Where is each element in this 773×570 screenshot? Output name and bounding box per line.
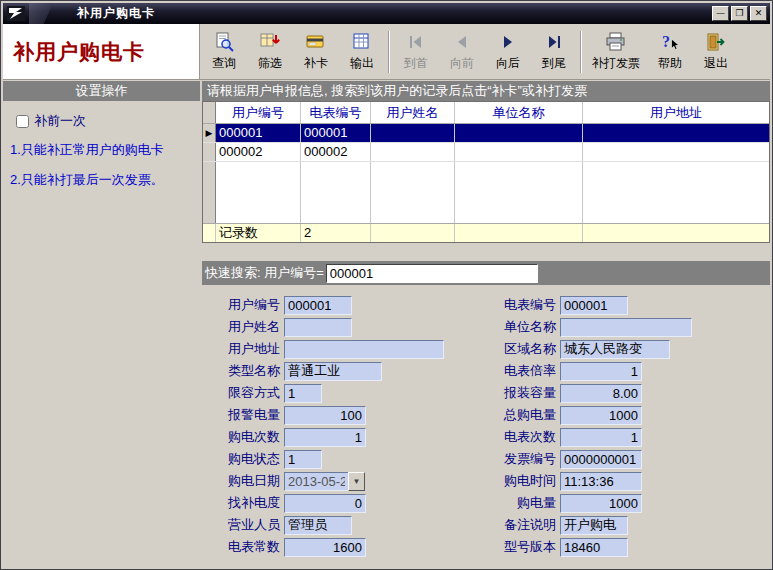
- instruction-bar: 请根据用户申报信息, 搜索到该用户的记录后点击“补卡”或补打发票: [202, 81, 770, 101]
- app-window: 补用户购电卡 — ❐ ✕ 补用户购电卡: [0, 0, 773, 570]
- quick-search-label: 快速搜索: 用户编号=: [205, 264, 324, 282]
- cell-user-address: [583, 124, 769, 142]
- type-name-input[interactable]: [284, 362, 382, 381]
- app-icon: [7, 6, 25, 21]
- form-left-column: 用户编号 用户姓名 用户地址 类型名称 限容方式 报警电量 购电次数 购电状态 …: [202, 294, 494, 566]
- main-panel: 请根据用户申报信息, 搜索到该用户的记录后点击“补卡”或补打发票 用户编号 电表…: [202, 81, 770, 566]
- meter-constant-input[interactable]: [284, 538, 366, 557]
- column-header-user-name[interactable]: 用户姓名: [371, 102, 455, 123]
- filter-button[interactable]: 筛选: [247, 26, 293, 77]
- meter-count-input[interactable]: [560, 428, 642, 447]
- installed-capacity-input[interactable]: [560, 384, 642, 403]
- column-header-unit-name[interactable]: 单位名称: [455, 102, 583, 123]
- column-header-user-address[interactable]: 用户地址: [583, 102, 769, 123]
- purchase-date-label: 购电日期: [218, 472, 280, 490]
- region-name-input[interactable]: [560, 340, 670, 359]
- purchase-energy-input[interactable]: [560, 494, 642, 513]
- sidebar-note-2: 2.只能补打最后一次发票。: [10, 172, 196, 188]
- page-title: 补用户购电卡: [13, 38, 145, 66]
- column-header-meter-id[interactable]: 电表编号: [301, 102, 371, 123]
- go-previous-button-label: 向前: [450, 55, 474, 72]
- reprint-invoice-button-label: 补打发票: [592, 55, 640, 72]
- go-next-button[interactable]: 向后: [485, 26, 531, 77]
- table-row[interactable]: 000002 000002: [203, 143, 769, 162]
- cell-user-address: [583, 143, 769, 161]
- reissue-card-button[interactable]: 补卡: [293, 26, 339, 77]
- quick-search-input[interactable]: [326, 264, 538, 283]
- meter-id-input[interactable]: [560, 296, 628, 315]
- exit-button-label: 退出: [704, 55, 728, 72]
- cell-user-id: 000002: [216, 143, 301, 161]
- adjust-energy-input[interactable]: [284, 494, 366, 513]
- toolbar-separator: [388, 31, 390, 73]
- user-address-label: 用户地址: [218, 340, 280, 358]
- unit-name-input[interactable]: [560, 318, 692, 337]
- go-last-button-label: 到尾: [542, 55, 566, 72]
- user-name-label: 用户姓名: [218, 318, 280, 336]
- previous-time-checkbox[interactable]: [16, 115, 29, 128]
- export-button[interactable]: 输出: [339, 26, 385, 77]
- reprint-invoice-icon: [605, 31, 627, 53]
- limit-mode-input[interactable]: [284, 384, 322, 403]
- alarm-energy-label: 报警电量: [218, 406, 280, 424]
- operator-input[interactable]: [284, 516, 352, 535]
- card-icon: [305, 31, 327, 53]
- close-button[interactable]: ✕: [750, 6, 767, 21]
- invoice-number-input[interactable]: [560, 450, 642, 469]
- cell-unit-name: [455, 124, 583, 142]
- minimize-button[interactable]: —: [712, 6, 729, 21]
- record-count-label: 记录数: [216, 224, 301, 242]
- exit-button[interactable]: 退出: [693, 26, 739, 77]
- go-previous-button[interactable]: 向前: [439, 26, 485, 77]
- table-footer-row: 记录数 2: [203, 223, 769, 242]
- output-icon: [351, 31, 373, 53]
- unit-name-label: 单位名称: [494, 318, 556, 336]
- sidebar-header: 设置操作: [3, 81, 200, 101]
- previous-time-checkbox-row[interactable]: 补前一次: [16, 112, 200, 130]
- table-row[interactable]: ▶ 000001 000001: [203, 124, 769, 143]
- records-table: 用户编号 电表编号 用户姓名 单位名称 用户地址 ▶ 000001 000001: [202, 101, 770, 243]
- meter-ratio-label: 电表倍率: [494, 362, 556, 380]
- invoice-number-label: 发票编号: [494, 450, 556, 468]
- meter-ratio-input[interactable]: [560, 362, 642, 381]
- purchase-energy-label: 购电量: [494, 494, 556, 512]
- maximize-button[interactable]: ❐: [731, 6, 748, 21]
- meter-constant-label: 电表常数: [218, 538, 280, 556]
- user-id-input[interactable]: [284, 296, 352, 315]
- dropdown-arrow-icon[interactable]: ▼: [348, 472, 365, 491]
- help-button[interactable]: ? 帮助: [647, 26, 693, 77]
- purchase-time-input[interactable]: [560, 472, 642, 491]
- go-first-icon: [406, 31, 426, 53]
- selected-row-arrow-icon: ▶: [206, 128, 213, 138]
- search-icon: [213, 31, 235, 53]
- table-empty-area: [203, 162, 769, 223]
- purchase-count-label: 购电次数: [218, 428, 280, 446]
- form-right-column: 电表编号 单位名称 区域名称 电表倍率 报装容量 总购电量 电表次数 发票编号 …: [494, 294, 770, 566]
- model-version-input[interactable]: [560, 538, 628, 557]
- table-header-row: 用户编号 电表编号 用户姓名 单位名称 用户地址: [203, 102, 769, 124]
- region-name-label: 区域名称: [494, 340, 556, 358]
- query-button[interactable]: 查询: [201, 26, 247, 77]
- filter-icon: [259, 31, 281, 53]
- go-previous-icon: [452, 31, 472, 53]
- header-strip: 补用户购电卡 查询: [3, 24, 770, 80]
- alarm-energy-input[interactable]: [284, 406, 366, 425]
- total-energy-label: 总购电量: [494, 406, 556, 424]
- go-last-button[interactable]: 到尾: [531, 26, 577, 77]
- go-last-icon: [544, 31, 564, 53]
- user-name-input[interactable]: [284, 318, 352, 337]
- purchase-status-label: 购电状态: [218, 450, 280, 468]
- meter-id-label: 电表编号: [494, 296, 556, 314]
- titlebar[interactable]: 补用户购电卡 — ❐ ✕: [3, 3, 770, 24]
- cell-user-name: [371, 124, 455, 142]
- user-address-input[interactable]: [284, 340, 444, 359]
- purchase-status-input[interactable]: [284, 450, 322, 469]
- reprint-invoice-button[interactable]: 补打发票: [585, 26, 647, 77]
- go-first-button[interactable]: 到首: [393, 26, 439, 77]
- purchase-date-input[interactable]: [284, 472, 348, 491]
- total-energy-input[interactable]: [560, 406, 642, 425]
- remark-input[interactable]: [560, 516, 628, 535]
- purchase-count-input[interactable]: [284, 428, 366, 447]
- titlebar-accent: [29, 3, 63, 24]
- column-header-user-id[interactable]: 用户编号: [216, 102, 301, 123]
